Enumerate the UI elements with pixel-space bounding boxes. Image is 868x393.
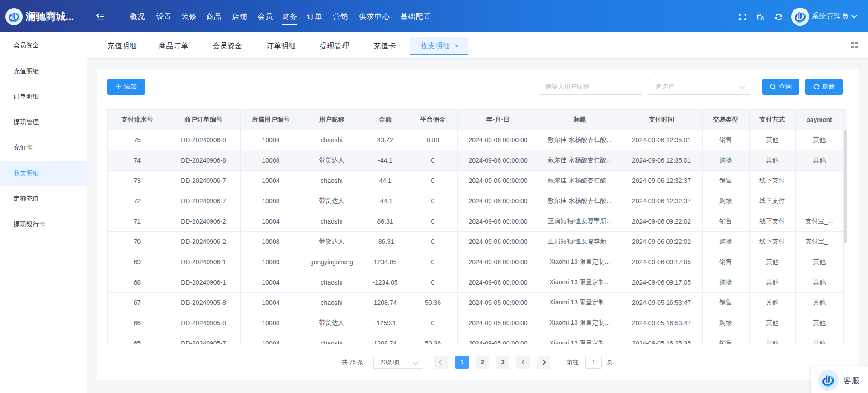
svg-text:A: A <box>760 15 764 21</box>
